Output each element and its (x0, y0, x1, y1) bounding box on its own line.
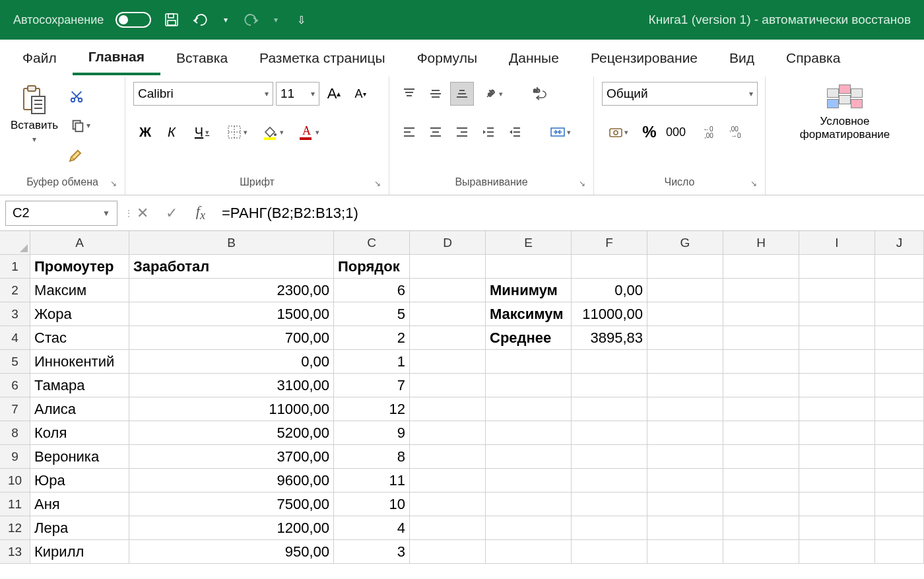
col-header[interactable]: G (647, 231, 723, 255)
cell[interactable] (875, 540, 924, 564)
row-header[interactable]: 4 (0, 326, 30, 350)
row-header[interactable]: 8 (0, 421, 30, 445)
col-header[interactable]: J (875, 231, 924, 255)
row-header[interactable]: 11 (0, 493, 30, 516)
cell[interactable] (410, 397, 486, 421)
cell[interactable] (486, 445, 572, 469)
cell[interactable]: 11000,00 (129, 397, 334, 421)
dialog-launcher-icon[interactable]: ↘ (374, 179, 381, 188)
cell[interactable]: 3895,83 (572, 326, 647, 350)
cell[interactable] (572, 421, 647, 445)
cell[interactable] (647, 469, 723, 493)
cell[interactable] (572, 255, 647, 279)
save-icon[interactable] (163, 11, 180, 28)
conditional-formatting-button[interactable]: Условное форматирование (774, 82, 916, 145)
cell[interactable] (723, 516, 799, 540)
cell[interactable]: 3100,00 (129, 374, 334, 397)
underline-button[interactable]: Ч▾ (186, 120, 218, 144)
orientation-icon[interactable]: ab▾ (477, 82, 510, 106)
cell[interactable]: 5 (334, 302, 410, 326)
cell[interactable] (572, 469, 647, 493)
cell[interactable] (486, 493, 572, 516)
comma-format-icon[interactable]: 000 (664, 120, 688, 144)
cell[interactable]: 12 (334, 397, 410, 421)
cell[interactable] (410, 516, 486, 540)
format-painter-icon[interactable] (65, 143, 88, 166)
cell[interactable]: Вероника (30, 445, 129, 469)
tab-help[interactable]: Справка (770, 42, 856, 74)
cell[interactable] (799, 302, 875, 326)
cell[interactable] (572, 516, 647, 540)
cell[interactable] (799, 516, 875, 540)
cell[interactable] (486, 540, 572, 564)
cell[interactable] (410, 421, 486, 445)
dialog-launcher-icon[interactable]: ↘ (750, 179, 757, 188)
cell[interactable] (799, 397, 875, 421)
cell[interactable] (875, 279, 924, 302)
cell[interactable] (723, 445, 799, 469)
cell[interactable]: 3 (334, 540, 410, 564)
chevron-down-icon[interactable]: ▾ (32, 135, 36, 144)
row-header[interactable]: 10 (0, 469, 30, 493)
cell[interactable]: 0,00 (572, 279, 647, 302)
undo-caret-icon[interactable]: ▾ (221, 11, 230, 28)
copy-icon[interactable]: ▾ (65, 114, 96, 137)
cell[interactable] (799, 279, 875, 302)
cell[interactable]: Юра (30, 469, 129, 493)
cell[interactable] (486, 397, 572, 421)
cell[interactable]: 8 (334, 445, 410, 469)
cell[interactable]: 2 (334, 326, 410, 350)
row-header[interactable]: 13 (0, 540, 30, 564)
cell[interactable] (410, 469, 486, 493)
row-header[interactable]: 9 (0, 445, 30, 469)
cell[interactable] (572, 540, 647, 564)
cell[interactable]: Лера (30, 516, 129, 540)
col-header[interactable]: F (572, 231, 647, 255)
cell[interactable] (799, 421, 875, 445)
col-header[interactable]: I (799, 231, 875, 255)
cell[interactable] (410, 493, 486, 516)
row-header[interactable]: 3 (0, 302, 30, 326)
cell[interactable]: 2300,00 (129, 279, 334, 302)
cell[interactable] (875, 350, 924, 374)
col-header[interactable]: A (30, 231, 129, 255)
tab-home[interactable]: Главная (73, 41, 160, 75)
cancel-formula-icon[interactable]: ✕ (128, 205, 157, 222)
row-header[interactable]: 5 (0, 350, 30, 374)
cell[interactable] (875, 516, 924, 540)
cell[interactable] (799, 374, 875, 397)
cell[interactable] (875, 493, 924, 516)
redo-caret-icon[interactable]: ▾ (271, 11, 280, 28)
cell[interactable] (486, 516, 572, 540)
cell[interactable]: 7 (334, 374, 410, 397)
dialog-launcher-icon[interactable]: ↘ (110, 179, 117, 188)
cell[interactable] (486, 374, 572, 397)
cell[interactable]: 11000,00 (572, 302, 647, 326)
cell[interactable] (647, 493, 723, 516)
col-header[interactable]: B (129, 231, 334, 255)
cell[interactable] (875, 374, 924, 397)
tab-insert[interactable]: Вставка (160, 42, 244, 74)
cell[interactable]: 700,00 (129, 326, 334, 350)
percent-format-icon[interactable]: % (638, 120, 661, 144)
cell[interactable] (572, 397, 647, 421)
cell[interactable]: Иннокентий (30, 350, 129, 374)
cell[interactable] (410, 326, 486, 350)
cell[interactable] (799, 469, 875, 493)
cell[interactable] (647, 302, 723, 326)
cell[interactable] (647, 279, 723, 302)
cell[interactable]: 6 (334, 279, 410, 302)
cell[interactable] (572, 445, 647, 469)
cell[interactable] (875, 397, 924, 421)
cell[interactable]: Жора (30, 302, 129, 326)
cell[interactable] (410, 374, 486, 397)
cell[interactable] (647, 421, 723, 445)
align-right-icon[interactable] (450, 120, 474, 144)
cell[interactable]: Максимум (486, 302, 572, 326)
paste-button[interactable]: Вставить ▾ (8, 82, 61, 147)
merge-center-icon[interactable]: ▾ (544, 120, 577, 144)
bold-button[interactable]: Ж (133, 120, 157, 144)
cell[interactable]: Кирилл (30, 540, 129, 564)
dialog-launcher-icon[interactable]: ↘ (579, 179, 585, 188)
cell[interactable] (486, 350, 572, 374)
